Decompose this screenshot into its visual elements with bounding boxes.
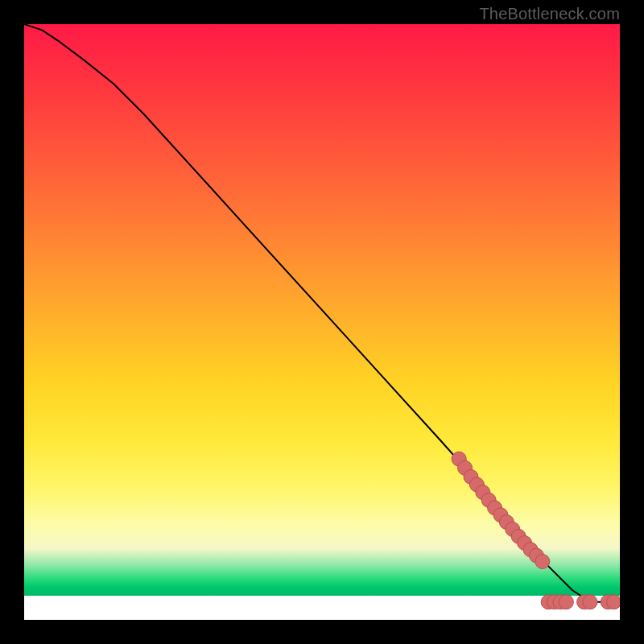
- data-point: [559, 595, 573, 609]
- data-point: [488, 501, 502, 515]
- data-point: [458, 460, 473, 475]
- data-point: [601, 595, 615, 609]
- data-point: [583, 595, 597, 609]
- data-point: [541, 595, 555, 609]
- data-point: [469, 477, 484, 492]
- data-point: [547, 595, 562, 609]
- chart-frame: TheBottleneck.com: [0, 0, 644, 644]
- data-point: [553, 595, 568, 609]
- data-point: [511, 529, 526, 543]
- data-point: [529, 548, 543, 563]
- data-point: [452, 452, 466, 466]
- data-point: [535, 555, 550, 569]
- data-point: [518, 536, 532, 551]
- plot-area: [24, 24, 620, 620]
- data-point: [607, 595, 620, 609]
- data-point: [499, 515, 514, 530]
- data-point: [506, 522, 520, 537]
- data-point: [464, 469, 478, 484]
- data-points: [452, 452, 620, 609]
- watermark-text: TheBottleneck.com: [479, 5, 620, 23]
- data-point: [577, 595, 592, 609]
- data-point: [481, 493, 496, 507]
- curve-line: [24, 24, 620, 602]
- data-point: [476, 485, 490, 500]
- data-point: [523, 543, 538, 557]
- chart-svg: [24, 24, 620, 620]
- data-point: [493, 508, 508, 522]
